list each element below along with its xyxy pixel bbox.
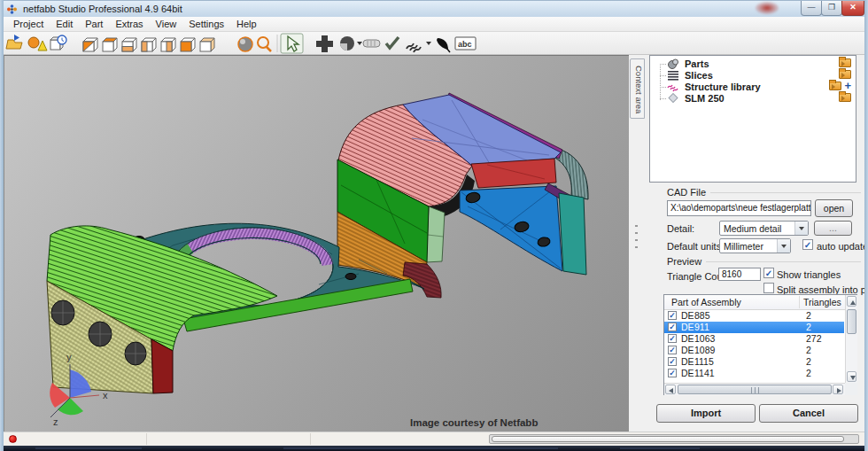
menu-settings[interactable]: Settings <box>182 17 230 31</box>
title-bar[interactable]: netfabb Studio Professional 4.9 64bit — … <box>0 0 868 17</box>
table-row-selected[interactable]: ✓ DE9112 <box>664 322 844 333</box>
structure-waves-icon <box>667 82 679 92</box>
annotate-abc-icon[interactable]: abc <box>455 37 476 50</box>
row-checkbox[interactable]: ✓ <box>668 323 677 331</box>
open-folder-icon[interactable] <box>839 70 851 79</box>
tree-item-parts[interactable]: Parts <box>650 58 856 70</box>
scrollbar-thumb[interactable] <box>492 436 844 442</box>
open-project-icon[interactable] <box>6 35 22 49</box>
window-bottom-edge <box>0 446 868 451</box>
view-left-cube-icon[interactable] <box>142 38 156 51</box>
view-bottom-cube-icon[interactable] <box>122 38 136 51</box>
import-button[interactable]: Import <box>656 404 756 423</box>
group-divider <box>710 192 861 193</box>
default-units-label: Default units: <box>667 241 724 252</box>
status-divider <box>146 433 147 445</box>
group-divider <box>706 261 861 262</box>
auto-update-label: auto update <box>817 241 868 252</box>
column-triangles[interactable]: Triangles <box>803 297 841 307</box>
add-part-icon[interactable] <box>316 35 333 52</box>
menu-part[interactable]: Part <box>79 17 109 31</box>
render-sphere-icon[interactable] <box>238 37 252 51</box>
table-header[interactable]: Part of Assembly Triangles <box>664 295 845 310</box>
view-front-cube-icon[interactable] <box>181 38 195 51</box>
status-scrollbar[interactable] <box>489 434 859 444</box>
panel-splitter[interactable] <box>635 225 638 252</box>
scroll-up-button[interactable] <box>847 296 856 307</box>
open-folder-icon[interactable] <box>829 82 841 90</box>
menu-help[interactable]: Help <box>230 17 263 31</box>
assembly-table: Part of Assembly Triangles ✓ DE8852 ✓ DE… <box>663 294 857 395</box>
chevron-down-icon[interactable] <box>794 222 808 235</box>
row-checkbox[interactable]: ✓ <box>668 357 677 366</box>
cad-path-field[interactable]: X:\ao\demoparts\neue festlagerplatte 2.0… <box>667 200 811 216</box>
scroll-down-button[interactable] <box>847 371 856 382</box>
project-tree: Parts Slices Structure library + SLM 250 <box>649 55 856 183</box>
window-title: netfabb Studio Professional 4.9 64bit <box>23 4 182 14</box>
zoom-icon[interactable] <box>258 37 271 51</box>
split-assembly-checkbox[interactable] <box>763 283 774 293</box>
table-horizontal-scrollbar[interactable] <box>664 383 845 395</box>
menu-view[interactable]: View <box>150 17 183 31</box>
row-checkbox[interactable]: ✓ <box>668 346 677 354</box>
menu-bar: Project Edit Part Extras View Settings H… <box>4 17 864 32</box>
show-triangles-checkbox[interactable]: ✓ <box>763 268 774 278</box>
column-part-of-assembly[interactable]: Part of Assembly <box>671 297 741 307</box>
open-folder-icon[interactable] <box>839 58 851 67</box>
detail-label: Detail: <box>667 223 694 234</box>
measure-icon[interactable] <box>363 40 380 47</box>
minimize-button[interactable]: — <box>801 1 822 16</box>
viewport-3d[interactable]: y x z Image courtesy of Netfabb <box>4 55 629 432</box>
repair-part-icon[interactable] <box>340 36 362 51</box>
paint-brush-icon[interactable] <box>437 38 450 52</box>
more-options-button[interactable]: ... <box>814 221 852 236</box>
row-checkbox[interactable]: ✓ <box>668 369 677 377</box>
menu-project[interactable]: Project <box>7 17 50 31</box>
row-checkbox[interactable]: ✓ <box>668 311 677 320</box>
chevron-down-icon[interactable] <box>777 239 790 253</box>
status-bar <box>4 432 864 446</box>
cad-model: y x z <box>4 56 630 432</box>
view-top-cube-icon[interactable] <box>103 38 117 51</box>
preview-group-label: Preview <box>667 256 701 267</box>
scroll-right-button[interactable] <box>833 385 843 394</box>
view-back-cube-icon[interactable] <box>200 38 214 51</box>
app-logo-icon <box>6 4 18 15</box>
units-combobox[interactable]: Millimeter <box>719 238 791 253</box>
status-divider <box>310 433 311 445</box>
maximize-button[interactable]: ❐ <box>821 1 842 16</box>
table-row[interactable]: ✓ DE8852 <box>664 310 844 322</box>
validate-check-icon[interactable] <box>386 37 399 48</box>
cancel-button[interactable]: Cancel <box>759 404 858 423</box>
scrollbar-thumb[interactable] <box>678 385 832 394</box>
scrollbar-thumb[interactable] <box>847 309 856 334</box>
tree-item-slices[interactable]: Slices <box>650 70 856 82</box>
view-iso-cube-icon[interactable] <box>83 38 97 51</box>
row-checkbox[interactable]: ✓ <box>668 334 677 343</box>
open-folder-icon[interactable] <box>839 93 851 102</box>
context-area-tab[interactable]: Context area <box>630 58 645 119</box>
menu-edit[interactable]: Edit <box>50 17 79 31</box>
toolbar: abc <box>4 32 864 55</box>
table-row[interactable]: ✓ DE10892 <box>664 345 844 356</box>
part-info-cube-icon[interactable] <box>50 35 66 50</box>
tree-item-structure-library[interactable]: Structure library + <box>650 82 856 93</box>
new-primitives-icon[interactable] <box>28 37 47 51</box>
close-button[interactable]: ✕ <box>841 1 864 16</box>
support-structures-icon[interactable] <box>407 42 431 52</box>
add-plus-icon[interactable]: + <box>844 82 851 90</box>
view-right-cube-icon[interactable] <box>161 38 175 51</box>
menu-extras[interactable]: Extras <box>109 17 149 31</box>
table-row[interactable]: ✓ DE11412 <box>664 368 844 379</box>
table-vertical-scrollbar[interactable] <box>845 295 857 383</box>
detail-combobox[interactable]: Medium detail <box>719 221 809 236</box>
open-button[interactable]: open <box>815 199 853 217</box>
select-cursor-button[interactable] <box>281 34 303 53</box>
slices-icon <box>667 70 679 81</box>
scroll-left-button[interactable] <box>665 385 676 394</box>
table-row[interactable]: ✓ DE1063272 <box>664 333 844 345</box>
tree-item-slm-250[interactable]: SLM 250 <box>650 93 856 105</box>
auto-update-checkbox[interactable]: ✓ <box>802 239 813 250</box>
triangle-count-field: 8160 <box>718 268 761 281</box>
table-row[interactable]: ✓ DE11152 <box>664 356 844 368</box>
